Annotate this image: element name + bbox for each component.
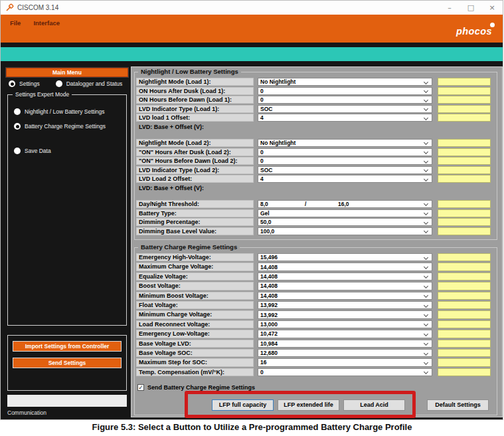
chevron-down-icon[interactable] [424, 159, 428, 164]
value-dropdown[interactable]: Gel [258, 209, 432, 217]
value-dropdown[interactable]: 14,408 [258, 292, 432, 300]
value-dropdown[interactable]: 0 [258, 157, 432, 165]
chevron-down-icon[interactable] [424, 332, 428, 336]
chevron-down-icon[interactable] [424, 284, 428, 288]
dropdown-value-text: 13,992 [260, 312, 278, 318]
value-dropdown[interactable]: 4 [258, 114, 432, 122]
value-dropdown[interactable]: No Nightlight [258, 139, 432, 147]
value-dropdown[interactable]: No Nightlight [258, 78, 432, 86]
chevron-down-icon[interactable] [424, 265, 428, 269]
radio-icon[interactable] [9, 80, 15, 87]
value-dropdown[interactable]: 0 [258, 96, 432, 104]
value-dropdown[interactable]: 15,496 [258, 253, 432, 261]
dropdown-value: 8,0/16,0 [258, 201, 349, 207]
row-label: Nightlight Mode (Load 1): [136, 78, 254, 86]
settings-row: Dimming Base Level Value:100,0 [136, 227, 495, 235]
row-label: Emergency Low-Voltage: [136, 330, 254, 338]
value-dropdown[interactable]: 13,992 [258, 310, 432, 318]
chevron-down-icon[interactable] [424, 274, 428, 278]
dropdown-value-text: 16 [260, 359, 266, 366]
value-dropdown[interactable]: 14,408 [258, 263, 432, 271]
checkbox-icon[interactable]: ✓ [137, 384, 144, 391]
chevron-down-icon[interactable] [424, 88, 428, 93]
settings-row: Base Voltage LVD:10,984 [136, 340, 495, 348]
chevron-down-icon[interactable] [424, 201, 428, 206]
minimize-icon[interactable]: – [439, 1, 460, 15]
chevron-down-icon[interactable] [424, 106, 428, 111]
value-dropdown[interactable]: 10,984 [258, 340, 432, 348]
value-dropdown[interactable]: 13,000 [258, 320, 432, 328]
page: CISCOM 3.14 – □ × File Interface phocos … [0, 0, 504, 436]
value-indicator [438, 368, 491, 376]
value-dropdown[interactable]: 13,992 [258, 301, 432, 309]
chevron-down-icon[interactable] [424, 370, 428, 374]
send-battery-settings-checkbox-row: ✓ Send Battery Charge Regime Settings [137, 384, 255, 391]
value-indicator [438, 349, 491, 357]
value-dropdown[interactable]: 14,408 [258, 282, 432, 290]
settings-row: Emergency High-Voltage:15,496 [136, 253, 495, 261]
value-dropdown[interactable]: 14,408 [258, 272, 432, 280]
value-dropdown[interactable]: SOC [258, 166, 432, 174]
chevron-down-icon[interactable] [424, 98, 428, 102]
sidebar-radio-datalogger-and-status[interactable]: Datalogger and Status [56, 80, 123, 87]
chevron-down-icon[interactable] [424, 229, 428, 233]
radio-icon[interactable] [14, 123, 21, 130]
radio-icon[interactable] [14, 148, 21, 154]
chevron-down-icon[interactable] [424, 303, 428, 308]
chevron-down-icon[interactable] [424, 312, 428, 317]
chevron-down-icon[interactable] [424, 255, 428, 260]
sidebar-radio-save-data[interactable]: Save Data [14, 148, 51, 154]
chevron-down-icon[interactable] [424, 351, 428, 356]
chevron-down-icon[interactable] [424, 360, 428, 365]
dropdown-value: 14,408 [258, 264, 278, 271]
chevron-down-icon[interactable] [424, 116, 428, 120]
mode-radio-group: SettingsDatalogger and Status [7, 80, 128, 87]
value-dropdown[interactable]: SOC [258, 105, 432, 113]
radio-icon[interactable] [56, 80, 62, 87]
sidebar-radio-settings[interactable]: Settings [9, 80, 40, 87]
value-dropdown[interactable]: 16 [258, 358, 432, 366]
settings-row: Nightlight Mode (Load 1):No Nightlight [136, 78, 495, 86]
row-label: LVD load 1 Offset: [136, 114, 254, 122]
chevron-down-icon[interactable] [424, 211, 428, 215]
value-dropdown[interactable]: 50,0 [258, 218, 432, 226]
dropdown-value: No Nightlight [258, 140, 295, 146]
close-icon[interactable]: × [481, 1, 503, 15]
chevron-down-icon[interactable] [424, 79, 428, 84]
import-settings-button[interactable]: Import Settings from Controller [13, 341, 122, 352]
default-settings-button[interactable]: Default Settings [427, 399, 489, 411]
chevron-down-icon[interactable] [424, 140, 428, 145]
chevron-down-icon[interactable] [424, 167, 428, 172]
sidebar-radio-nightlight-low-battery-settings[interactable]: Nightlight / Low Battery Settings [14, 108, 104, 115]
chevron-down-icon[interactable] [424, 220, 428, 225]
value-dropdown[interactable]: 12,680 [258, 349, 432, 357]
value-dropdown[interactable]: 4 [258, 175, 432, 183]
maximize-icon[interactable]: □ [460, 1, 481, 15]
chevron-down-icon[interactable] [424, 150, 428, 154]
radio-label: Save Data [25, 148, 51, 154]
row-label: LVD: Base + Offset (V): [136, 123, 254, 131]
send-settings-button[interactable]: Send Settings [13, 358, 122, 368]
value-dropdown[interactable]: 0 [258, 87, 432, 95]
value-dropdown[interactable]: 10,472 [258, 330, 432, 338]
settings-row: Day/Night Threshold:8,0/16,0 [136, 200, 495, 208]
value-dropdown[interactable]: 0 [258, 368, 432, 376]
settings-section: Nightlight Mode (Load 2):No Nightlight"O… [136, 139, 495, 192]
sidebar-radio-battery-charge-regime-settings[interactable]: Battery Charge Regime Settings [14, 123, 106, 130]
dropdown-value: 0 [258, 96, 264, 103]
row-label: LVD Indicator Type (Load 1): [136, 105, 254, 113]
value-dropdown[interactable]: 8,0/16,0 [258, 200, 432, 208]
value-dropdown[interactable]: 0 [258, 148, 432, 156]
chevron-down-icon[interactable] [424, 322, 428, 326]
value-dropdown[interactable]: 100,0 [258, 227, 432, 235]
menu-interface[interactable]: Interface [33, 19, 60, 27]
radio-icon[interactable] [14, 108, 21, 115]
settings-row: LVD: Base + Offset (V): [136, 123, 495, 131]
chevron-down-icon[interactable] [424, 293, 428, 298]
settings-row: Battery Type:Gel [136, 209, 495, 217]
chevron-down-icon[interactable] [424, 177, 428, 181]
row-label: Equalize Voltage: [136, 272, 254, 280]
chevron-down-icon[interactable] [424, 341, 428, 346]
annotation-highlight-rectangle [185, 391, 416, 418]
menu-file[interactable]: File [10, 19, 21, 27]
